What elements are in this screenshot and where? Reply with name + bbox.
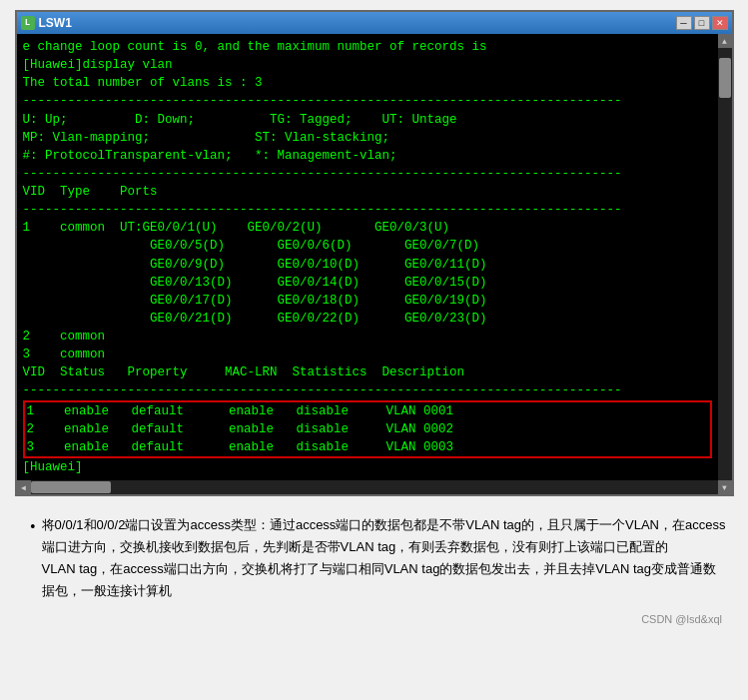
terminal-line: 1 enable default enable disable VLAN 000… [27,402,708,420]
scroll-thumb-v [719,58,731,98]
terminal-line: GE0/0/9(D) GE0/0/10(D) GE0/0/11(D) [23,256,712,274]
terminal-line: #: ProtocolTransparent-vlan; *: Manageme… [23,147,712,165]
scroll-up-arrow[interactable]: ▲ [718,34,732,48]
terminal-line: e change loop count is 0, and the maximu… [23,38,712,56]
terminal-line: [Huawei]display vlan [23,56,712,74]
terminal-line: ----------------------------------------… [23,165,712,183]
window-icon: L [21,16,35,30]
terminal-line: ----------------------------------------… [23,381,712,399]
terminal-line: VID Type Ports [23,183,712,201]
scroll-left-arrow[interactable]: ◀ [17,480,31,494]
terminal-line: 3 enable default enable disable VLAN 000… [27,438,708,456]
window-title: LSW1 [39,16,72,30]
title-bar: L LSW1 ─ □ ✕ [17,12,732,34]
terminal-line: GE0/0/21(D) GE0/0/22(D) GE0/0/23(D) [23,310,712,328]
terminal-line: 3 common [23,346,712,363]
bullet-item: • 将0/0/1和0/0/2端口设置为access类型：通过access端口的数… [30,514,728,602]
vertical-scrollbar[interactable]: ▲ ▼ [718,34,732,494]
terminal-line: U: Up; D: Down; TG: Tagged; UT: Untage [23,111,712,129]
title-bar-left: L LSW1 [21,16,72,30]
terminal-line: GE0/0/13(D) GE0/0/14(D) GE0/0/15(D) [23,274,712,292]
maximize-button[interactable]: □ [694,16,710,30]
title-buttons: ─ □ ✕ [676,16,728,30]
scroll-track-v[interactable] [718,48,732,480]
watermark: CSDN @lsd&xql [30,608,728,633]
bullet-dot: • [30,516,36,538]
terminal-line: ----------------------------------------… [23,92,712,110]
terminal-line: GE0/0/17(D) GE0/0/18(D) GE0/0/19(D) [23,292,712,310]
terminal-line: ----------------------------------------… [23,201,712,219]
terminal-line: VID Status Property MAC-LRN Statistics D… [23,363,712,381]
bullet-text: 将0/0/1和0/0/2端口设置为access类型：通过access端口的数据包… [42,514,728,602]
terminal-line: 2 enable default enable disable VLAN 000… [27,420,708,438]
terminal-output: e change loop count is 0, and the maximu… [17,34,732,480]
scroll-thumb-h [31,481,111,493]
terminal-line: 1 common UT:GE0/0/1(U) GE0/0/2(U) GE0/0/… [23,219,712,237]
minimize-button[interactable]: ─ [676,16,692,30]
highlighted-rows: 1 enable default enable disable VLAN 000… [23,400,712,458]
scroll-track-h[interactable] [31,480,718,494]
scroll-down-arrow[interactable]: ▼ [718,480,732,494]
close-button[interactable]: ✕ [712,16,728,30]
terminal-line: 2 common [23,328,712,346]
terminal-line: [Huawei] [23,458,712,476]
horizontal-scrollbar[interactable]: ◀ [17,480,732,494]
terminal-window: L LSW1 ─ □ ✕ e change loop count is 0, a… [15,10,734,496]
content-section: • 将0/0/1和0/0/2端口设置为access类型：通过access端口的数… [10,506,738,641]
terminal-line: The total number of vlans is : 3 [23,74,712,92]
terminal-line: GE0/0/5(D) GE0/0/6(D) GE0/0/7(D) [23,237,712,255]
terminal-line: MP: Vlan-mapping; ST: Vlan-stacking; [23,129,712,147]
